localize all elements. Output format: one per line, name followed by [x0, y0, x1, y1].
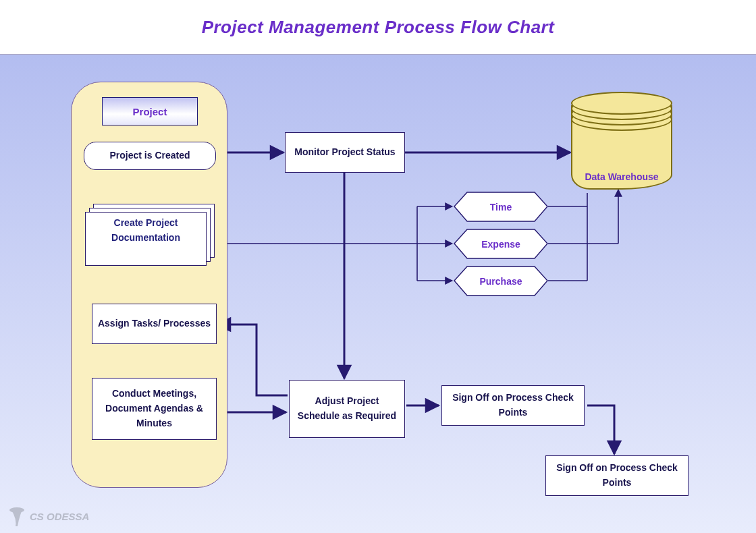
node-monitor-status: Monitor Project Status	[285, 132, 405, 173]
node-project-created: Project is Created	[84, 142, 216, 170]
node-purchase: Purchase	[454, 266, 548, 296]
node-conduct-meetings: Conduct Meetings, Document Agendas & Min…	[92, 378, 217, 440]
logo-icon	[8, 506, 26, 526]
node-signoff-2: Sign Off on Process Check Points	[545, 455, 688, 496]
node-create-documentation-label: Create Project Documentation	[90, 216, 201, 245]
project-container: Project Project is Created Create Projec…	[71, 82, 227, 488]
node-expense-label: Expense	[481, 239, 520, 250]
watermark: CS ODESSA	[8, 506, 89, 526]
node-data-warehouse-label: Data Warehouse	[571, 169, 672, 184]
node-data-warehouse: Data Warehouse	[571, 92, 672, 203]
node-time: Time	[454, 192, 548, 222]
node-purchase-label: Purchase	[479, 276, 522, 287]
node-expense: Expense	[454, 229, 548, 259]
node-signoff-1: Sign Off on Process Check Points	[441, 385, 585, 426]
watermark-text: CS ODESSA	[30, 511, 89, 522]
node-adjust-schedule: Adjust Project Schedule as Required	[289, 380, 405, 438]
node-time-label: Time	[490, 202, 512, 213]
node-assign-tasks: Assign Tasks/ Processes	[92, 304, 217, 344]
node-create-documentation: Create Project Documentation	[85, 204, 213, 264]
diagram-canvas: Project Project is Created Create Projec…	[0, 55, 756, 533]
project-header: Project	[102, 97, 198, 125]
page-title: Project Management Process Flow Chart	[202, 17, 555, 38]
